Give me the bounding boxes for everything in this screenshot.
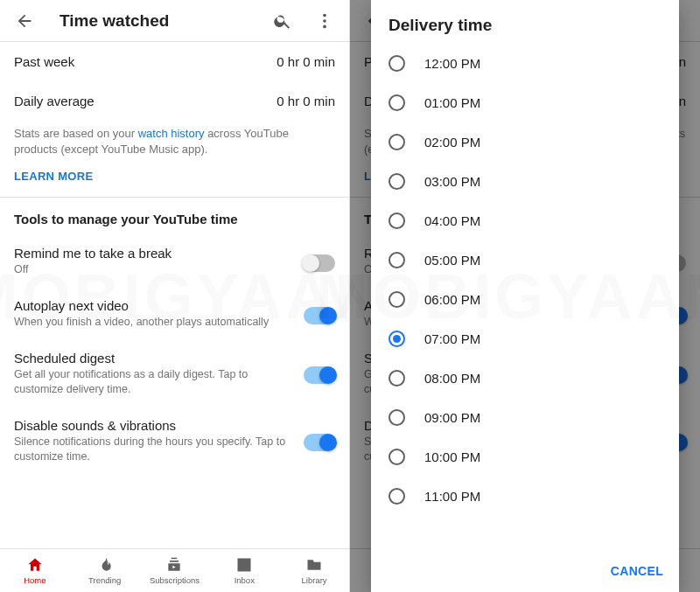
- setting-title: Autoplay next video: [14, 298, 293, 313]
- setting-scheduled-digest[interactable]: Scheduled digest Get all your notificati…: [0, 342, 349, 409]
- radio-icon: [388, 331, 405, 347]
- subscriptions-icon: [165, 556, 183, 574]
- nav-label: Home: [24, 575, 46, 585]
- nav-label: Inbox: [234, 575, 255, 585]
- dialog-title: Delivery time: [371, 0, 679, 44]
- radio-icon: [388, 291, 405, 308]
- setting-text: Disable sounds & vibrations Silence noti…: [14, 418, 293, 464]
- setting-subtitle: Silence notifications during the hours y…: [14, 435, 293, 464]
- time-option-label: 04:00 PM: [424, 213, 480, 228]
- time-option-label: 06:00 PM: [424, 292, 480, 307]
- time-option-label: 12:00 PM: [424, 56, 480, 71]
- time-option[interactable]: 12:00 PM: [378, 44, 672, 83]
- nav-trending[interactable]: Trending: [70, 549, 140, 592]
- setting-disable-sounds[interactable]: Disable sounds & vibrations Silence noti…: [0, 409, 349, 477]
- stat-label: Daily average: [14, 94, 94, 108]
- time-option[interactable]: 08:00 PM: [378, 359, 672, 398]
- back-arrow-icon[interactable]: [7, 3, 42, 38]
- time-option-label: 08:00 PM: [424, 371, 480, 386]
- time-option[interactable]: 07:00 PM: [378, 319, 672, 359]
- note-text: Stats are based on your: [14, 127, 138, 140]
- time-option-label: 10:00 PM: [424, 449, 480, 464]
- dialog-actions: CANCEL: [371, 555, 679, 592]
- radio-icon: [388, 488, 405, 505]
- stat-daily-average: Daily average 0 hr 0 min: [0, 81, 349, 121]
- more-vert-icon[interactable]: [307, 3, 342, 38]
- setting-subtitle: Get all your notifications as a daily di…: [14, 367, 293, 397]
- stats-note: Stats are based on your watch history ac…: [0, 121, 349, 164]
- nav-inbox[interactable]: Inbox: [209, 549, 279, 592]
- nav-home[interactable]: Home: [0, 549, 70, 592]
- flame-icon: [96, 556, 114, 574]
- radio-icon: [388, 449, 405, 465]
- nav-library[interactable]: Library: [279, 549, 349, 592]
- time-option-label: 11:00 PM: [424, 489, 480, 504]
- switch-disable-sounds[interactable]: [304, 434, 335, 451]
- nav-subscriptions[interactable]: Subscriptions: [140, 549, 210, 592]
- radio-icon: [388, 55, 405, 72]
- setting-title: Remind me to take a break: [14, 246, 293, 261]
- content-area: Past week 0 hr 0 min Daily average 0 hr …: [0, 42, 349, 548]
- setting-text: Autoplay next video When you finish a vi…: [14, 298, 293, 330]
- side-by-side-screens: Time watched Past week 0 hr 0 min Daily …: [0, 0, 700, 592]
- time-option-list[interactable]: 12:00 PM01:00 PM02:00 PM03:00 PM04:00 PM…: [371, 44, 679, 555]
- radio-icon: [388, 134, 405, 150]
- bottom-nav: Home Trending Subscriptions Inbox Librar…: [0, 548, 349, 592]
- radio-icon: [388, 252, 405, 268]
- delivery-time-dialog: Delivery time 12:00 PM01:00 PM02:00 PM03…: [371, 0, 679, 592]
- app-bar: Time watched: [0, 0, 349, 42]
- setting-subtitle: When you finish a video, another plays a…: [14, 315, 293, 330]
- switch-scheduled-digest[interactable]: [304, 366, 335, 384]
- time-option[interactable]: 02:00 PM: [378, 122, 672, 162]
- setting-autoplay[interactable]: Autoplay next video When you finish a vi…: [0, 289, 349, 342]
- cancel-button[interactable]: CANCEL: [611, 564, 663, 578]
- setting-text: Scheduled digest Get all your notificati…: [14, 351, 293, 397]
- time-option[interactable]: 03:00 PM: [378, 162, 672, 201]
- nav-label: Library: [302, 575, 327, 585]
- time-option-label: 07:00 PM: [424, 331, 480, 346]
- time-option[interactable]: 10:00 PM: [378, 437, 672, 477]
- stat-value: 0 hr 0 min: [276, 54, 335, 69]
- folder-icon: [305, 556, 323, 574]
- time-option[interactable]: 06:00 PM: [378, 280, 672, 319]
- time-option[interactable]: 11:00 PM: [378, 477, 672, 516]
- switch-autoplay[interactable]: [304, 307, 335, 324]
- watch-history-link[interactable]: watch history: [138, 127, 205, 140]
- svg-point-0: [323, 13, 326, 17]
- section-tools-title: Tools to manage your YouTube time: [0, 198, 349, 237]
- stat-value: 0 hr 0 min: [276, 94, 335, 108]
- radio-icon: [388, 370, 405, 387]
- radio-icon: [388, 94, 405, 111]
- stat-past-week: Past week 0 hr 0 min: [0, 42, 349, 81]
- time-option[interactable]: 09:00 PM: [378, 398, 672, 437]
- setting-remind-break[interactable]: Remind me to take a break Off: [0, 237, 349, 289]
- nav-label: Subscriptions: [150, 575, 200, 585]
- learn-more-button[interactable]: LEARN MORE: [0, 164, 349, 197]
- setting-title: Scheduled digest: [14, 351, 293, 366]
- setting-subtitle: Off: [14, 262, 293, 277]
- dialog-scrim[interactable]: Delivery time 12:00 PM01:00 PM02:00 PM03…: [350, 0, 700, 592]
- page-title: Time watched: [60, 11, 258, 31]
- switch-remind-break[interactable]: [304, 254, 335, 272]
- time-option-label: 01:00 PM: [424, 95, 480, 110]
- setting-title: Disable sounds & vibrations: [14, 418, 293, 433]
- mail-icon: [235, 556, 253, 574]
- radio-icon: [388, 173, 405, 190]
- home-icon: [26, 556, 44, 574]
- time-option[interactable]: 05:00 PM: [378, 240, 672, 280]
- time-option[interactable]: 04:00 PM: [378, 201, 672, 240]
- radio-icon: [388, 212, 405, 229]
- setting-text: Remind me to take a break Off: [14, 246, 293, 277]
- search-icon[interactable]: [265, 3, 300, 38]
- time-option-label: 05:00 PM: [424, 253, 480, 268]
- screen-time-watched: Time watched Past week 0 hr 0 min Daily …: [0, 0, 350, 592]
- time-option-label: 02:00 PM: [424, 135, 480, 150]
- time-option[interactable]: 01:00 PM: [378, 83, 672, 122]
- radio-icon: [388, 409, 405, 426]
- stat-label: Past week: [14, 54, 74, 69]
- svg-point-2: [323, 24, 326, 28]
- svg-point-1: [323, 19, 326, 23]
- screen-delivery-time-dialog: Time watched Past week0 hr 0 min Daily a…: [350, 0, 700, 592]
- time-option-label: 09:00 PM: [424, 410, 480, 425]
- nav-label: Trending: [88, 575, 121, 585]
